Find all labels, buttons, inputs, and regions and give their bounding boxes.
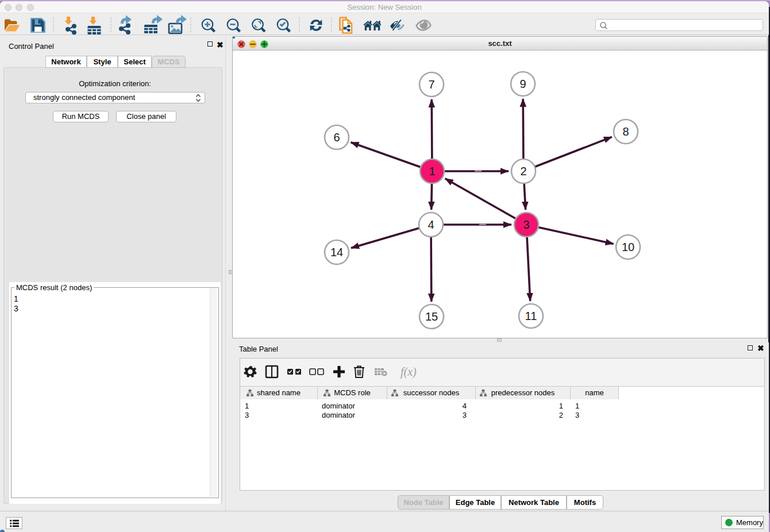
svg-text:11: 11 xyxy=(525,310,537,322)
svg-text:10: 10 xyxy=(622,241,634,253)
svg-text:1: 1 xyxy=(429,165,435,178)
svg-text:3: 3 xyxy=(523,218,529,231)
svg-text:6: 6 xyxy=(333,131,340,144)
svg-text:8: 8 xyxy=(622,125,629,138)
svg-text:f(x): f(x) xyxy=(401,365,417,379)
svg-text:9: 9 xyxy=(519,78,526,90)
svg-text:7: 7 xyxy=(428,78,434,91)
svg-text:4: 4 xyxy=(428,218,434,231)
svg-text:2: 2 xyxy=(520,165,526,178)
svg-text:15: 15 xyxy=(425,310,438,323)
svg-text:14: 14 xyxy=(330,246,343,259)
